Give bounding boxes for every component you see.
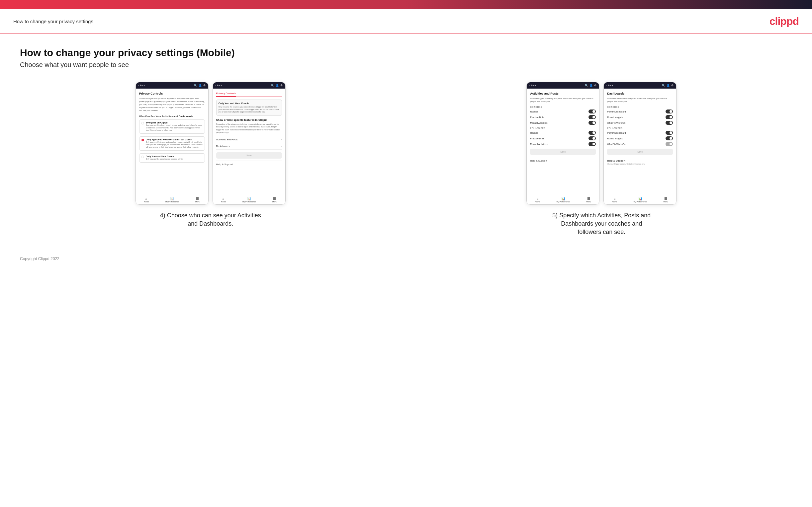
coaches-manual-toggle[interactable] bbox=[589, 121, 596, 125]
nav-home-1[interactable]: ⌂ Home bbox=[144, 197, 149, 203]
followers-what-to-work-toggle[interactable] bbox=[666, 142, 673, 146]
save-button-3[interactable]: Save bbox=[530, 149, 596, 155]
activities-posts-link[interactable]: Activities and Posts › bbox=[216, 136, 282, 143]
nav-performance-2[interactable]: 📊 My Performance bbox=[243, 197, 256, 203]
back-button-3[interactable]: ‹ Back bbox=[529, 84, 536, 87]
phone-body-4: Dashboards Select the dashboards that yo… bbox=[604, 89, 676, 195]
nav-menu-3[interactable]: ☰ Menu bbox=[587, 197, 591, 203]
nav-home-2[interactable]: ⌂ Home bbox=[221, 197, 226, 203]
nav-performance-4[interactable]: 📊 My Performance bbox=[633, 197, 647, 203]
phone-top-icons-3: 🔍 👤 ⚙ bbox=[585, 84, 597, 87]
followers-player-dash-toggle[interactable] bbox=[666, 131, 673, 135]
nav-performance-label-1: My Performance bbox=[165, 201, 179, 203]
back-button-4[interactable]: ‹ Back bbox=[606, 84, 613, 87]
option-approved[interactable]: Only Approved Followers and Your Coach O… bbox=[139, 136, 205, 151]
search-icon-2[interactable]: 🔍 bbox=[271, 84, 274, 87]
activities-posts-section-title: Activities and Posts bbox=[530, 92, 596, 95]
coaches-player-dash-toggle[interactable] bbox=[666, 110, 673, 113]
nav-performance-1[interactable]: 📊 My Performance bbox=[165, 197, 179, 203]
coaches-rounds-toggle[interactable] bbox=[589, 110, 596, 113]
option-coach-only[interactable]: Only You and Your Coach Only you and the… bbox=[139, 153, 205, 163]
header: How to change your privacy settings clip… bbox=[0, 9, 812, 34]
chevron-dashboards: › bbox=[281, 145, 282, 148]
dashboards-link[interactable]: Dashboards › bbox=[216, 143, 282, 150]
radio-coach-only[interactable] bbox=[142, 156, 144, 158]
privacy-controls-title: Privacy Controls bbox=[139, 92, 205, 95]
nav-home-label-1: Home bbox=[144, 201, 149, 203]
followers-heading-3: FOLLOWERS bbox=[530, 127, 596, 129]
main-content: How to change your privacy settings (Mob… bbox=[0, 34, 812, 281]
person-icon-3[interactable]: 👤 bbox=[590, 84, 593, 87]
coaches-player-dash-row: Player Dashboard bbox=[607, 110, 673, 113]
phone-nav-3: ⌂ Home 📊 My Performance ☰ Menu bbox=[527, 195, 599, 205]
help-support-2: Help & Support bbox=[216, 161, 282, 166]
back-button-1[interactable]: ‹ Back bbox=[139, 84, 145, 87]
coaches-what-to-work-toggle[interactable] bbox=[666, 121, 673, 125]
radio-approved[interactable] bbox=[142, 139, 144, 142]
home-icon-4: ⌂ bbox=[613, 197, 615, 201]
search-icon-4[interactable]: 🔍 bbox=[662, 84, 665, 87]
back-button-2[interactable]: ‹ Back bbox=[215, 84, 222, 87]
phone-top-icons-4: 🔍 👤 ⚙ bbox=[662, 84, 673, 87]
nav-menu-4[interactable]: ☰ Menu bbox=[664, 197, 668, 203]
option-everyone[interactable]: Everyone on Clippd Everyone on Clippd ca… bbox=[139, 119, 205, 134]
coaches-player-dash-label: Player Dashboard bbox=[607, 111, 626, 113]
followers-manual-toggle[interactable] bbox=[589, 142, 596, 146]
followers-heading-4: FOLLOWERS bbox=[607, 127, 673, 129]
screenshots-row: ‹ Back 🔍 👤 ⚙ Privacy Controls Control ho… bbox=[20, 82, 792, 237]
coaches-rounds-row: Rounds bbox=[530, 110, 596, 113]
screenshot-group-1: ‹ Back 🔍 👤 ⚙ Privacy Controls Control ho… bbox=[20, 82, 401, 228]
followers-what-to-work-label: What To Work On bbox=[607, 143, 625, 145]
performance-icon-4: 📊 bbox=[638, 197, 642, 201]
search-icon[interactable]: 🔍 bbox=[194, 84, 197, 87]
settings-icon[interactable]: ⚙ bbox=[203, 84, 206, 87]
nav-home-label-4: Home bbox=[612, 201, 617, 203]
settings-icon-2[interactable]: ⚙ bbox=[280, 84, 283, 87]
nav-performance-label-4: My Performance bbox=[633, 201, 647, 203]
nav-home-4[interactable]: ⌂ Home bbox=[612, 197, 617, 203]
nav-performance-label-3: My Performance bbox=[557, 201, 570, 203]
help-support-3: Help & Support bbox=[530, 157, 596, 162]
person-icon-2[interactable]: 👤 bbox=[276, 84, 279, 87]
followers-round-insights-row: Round Insights bbox=[607, 136, 673, 140]
phone-top-icons-1: 🔍 👤 ⚙ bbox=[194, 84, 206, 87]
privacy-controls-tab[interactable]: Privacy Controls bbox=[216, 92, 236, 97]
followers-round-insights-toggle[interactable] bbox=[666, 136, 673, 140]
performance-icon-2: 📊 bbox=[247, 197, 251, 201]
person-icon[interactable]: 👤 bbox=[199, 84, 202, 87]
person-icon-4[interactable]: 👤 bbox=[666, 84, 670, 87]
nav-performance-3[interactable]: 📊 My Performance bbox=[557, 197, 570, 203]
coaches-rounds-label: Rounds bbox=[530, 111, 538, 113]
followers-drills-row: Practice Drills bbox=[530, 136, 596, 140]
coaches-drills-toggle[interactable] bbox=[589, 115, 596, 119]
coaches-heading-3: COACHES bbox=[530, 106, 596, 108]
coaches-what-to-work-row: What To Work On bbox=[607, 121, 673, 125]
menu-icon-1: ☰ bbox=[196, 197, 199, 201]
home-icon-3: ⌂ bbox=[536, 197, 538, 201]
performance-icon-1: 📊 bbox=[170, 197, 174, 201]
nav-menu-2[interactable]: ☰ Menu bbox=[272, 197, 277, 203]
followers-drills-toggle[interactable] bbox=[589, 136, 596, 140]
phone-topbar-3: ‹ Back 🔍 👤 ⚙ bbox=[527, 82, 599, 89]
phone-topbar-4: ‹ Back 🔍 👤 ⚙ bbox=[604, 82, 676, 89]
save-button-2[interactable]: Save bbox=[216, 152, 282, 159]
menu-icon-2: ☰ bbox=[273, 197, 276, 201]
option-coach-only-desc: Only you and the coaches you connect wit… bbox=[146, 158, 203, 161]
settings-icon-4[interactable]: ⚙ bbox=[671, 84, 673, 87]
save-button-4[interactable]: Save bbox=[607, 149, 673, 155]
followers-what-to-work-row: What To Work On bbox=[607, 142, 673, 146]
phone-topbar-2: ‹ Back 🔍 👤 ⚙ bbox=[213, 82, 285, 89]
show-hide-title: Show or hide specific features in Clippd bbox=[216, 118, 282, 121]
coaches-heading-4: COACHES bbox=[607, 106, 673, 108]
followers-player-dash-row: Player Dashboard bbox=[607, 131, 673, 135]
nav-home-3[interactable]: ⌂ Home bbox=[535, 197, 540, 203]
radio-everyone[interactable] bbox=[142, 122, 144, 124]
settings-icon-3[interactable]: ⚙ bbox=[594, 84, 597, 87]
phone-screen-3: ‹ Back 🔍 👤 ⚙ Activities and Posts Select… bbox=[526, 82, 600, 205]
search-icon-3[interactable]: 🔍 bbox=[585, 84, 588, 87]
phone-nav-4: ⌂ Home 📊 My Performance ☰ Menu bbox=[604, 195, 676, 205]
nav-menu-1[interactable]: ☰ Menu bbox=[195, 197, 200, 203]
coaches-round-insights-row: Round Insights bbox=[607, 115, 673, 119]
followers-rounds-toggle[interactable] bbox=[589, 131, 596, 135]
coaches-round-insights-toggle[interactable] bbox=[666, 115, 673, 119]
